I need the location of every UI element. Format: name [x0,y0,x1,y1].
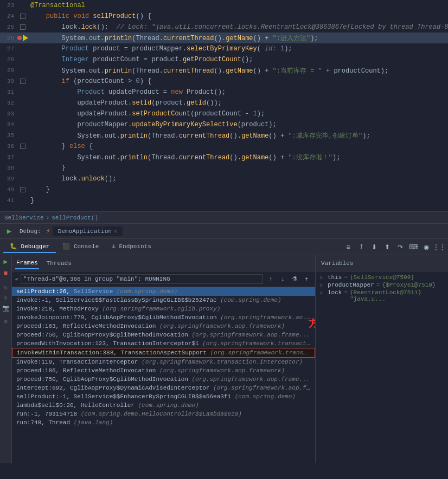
line-content-25: lock.lock(); // Lock: "java.util.concurr… [28,23,448,31]
fold-icon-40[interactable]: - [20,187,25,192]
var-item-productmapper: ▷ productMapper = {$Proxy61@7510} [316,281,448,289]
rerun-btn[interactable]: ↻ [4,284,8,291]
stack-frame-0[interactable]: sellProduct:26, SellService (com.spring.… [12,287,315,296]
thread-selector-dropdown[interactable]: "Thread-8"@6,366 in group "main": RUNNIN… [21,274,263,284]
line-content-33: updateProduct.setProductCount(productCou… [28,110,448,118]
line-num-23: 23 [0,2,17,9]
debugger-icon: 🐛 [10,243,17,250]
stack-frame-11[interactable]: intercept:692, CglibAopProxy$DynamicAdvi… [12,384,315,392]
var-expand-this[interactable]: ▷ [320,274,325,281]
breadcrumb-method[interactable]: sellProduct() [52,215,98,221]
stack-frame-8[interactable]: invoke:119, TransactionInterceptor (org.… [12,358,315,366]
frames-panel: Frames Threads ✔ "Thread-8"@6,366 in gro… [12,255,316,463]
fold-icon-25[interactable]: - [20,24,25,30]
breadcrumb-service[interactable]: SellService [4,215,44,221]
gutter-40: - [17,187,28,192]
more-options-icon[interactable]: ⋮⋮ [434,242,445,253]
code-line-38: 38 } [0,163,448,173]
frame-text-10: proceed:750, CglibAopProxy$CglibMethodIn… [16,376,310,383]
code-line-37: 37 System.out.println(Thread.currentThre… [0,152,448,163]
stack-frame-3[interactable]: invokeJoinpoint:779, CglibAopProxy$Cglib… [12,313,315,322]
tab-threads[interactable]: Threads [46,258,73,269]
stack-frame-6[interactable]: proceedWithInvocation:123, TransactionIn… [12,339,315,348]
stack-frame-7[interactable]: invokeWithinTransaction:388, Transaction… [12,348,315,358]
line-content-41: } [28,197,448,204]
code-line-29: 29 System.out.println(Thread.currentThre… [0,65,448,76]
fold-icon-30[interactable]: - [20,79,25,84]
tab-frames[interactable]: Frames [15,257,39,269]
exec-arrow-26 [23,35,28,41]
line-content-36: } else { [28,143,448,150]
line-content-26: System.out.println(Thread.currentThread(… [28,34,448,43]
stack-frame-13[interactable]: lambda$sell$0:20, HelloController (com.s… [12,401,315,410]
step-over-icon[interactable]: ⤴ [356,242,367,253]
debug-label: Debug: [16,227,44,236]
resume-icon[interactable]: ▶ [4,226,14,236]
thread-nav-btns: ↑ ↓ ⚗ + [265,274,312,284]
stack-frame-4[interactable]: proceed:163, ReflectiveMethodInvocation … [12,322,315,331]
evaluate-icon[interactable]: ⌨ [408,242,419,253]
fold-icon-36[interactable]: - [20,144,25,149]
gutter-36[interactable]: - [17,144,28,149]
thread-up-btn[interactable]: ↑ [265,274,276,284]
stack-frame-15[interactable]: run:748, Thread (java.lang) [12,418,315,427]
settings-btn[interactable]: ⚙ [4,318,8,325]
debug-app-tab[interactable]: DemoApplication ✕ [53,226,123,236]
thread-filter-btn[interactable]: ⚗ [289,274,300,284]
debug-tab-bar: ▶ Debug: ⚡ DemoApplication ✕ [0,224,448,239]
settings-icon[interactable]: ≡ [343,242,354,253]
tab-endpoints[interactable]: ⚓ Endpoints [105,241,158,253]
line-content-37: System.out.println(Thread.currentThread(… [28,153,448,162]
thread-add-btn[interactable]: + [301,274,312,284]
tab-console[interactable]: ⬛ Console [56,241,105,253]
tab-debugger[interactable]: 🐛 Debugger [3,241,56,253]
line-num-30: 30 [0,78,17,85]
stack-frame-2[interactable]: invoke:218, MethodProxy (org.springframe… [12,305,315,313]
camera-btn[interactable]: 📷 [2,305,10,312]
line-num-36: 36 [0,143,17,150]
frame-text-6: proceedWithInvocation:123, TransactionIn… [16,340,315,347]
stack-frame-9[interactable]: proceed:186, ReflectiveMethodInvocation … [12,366,315,375]
line-num-28: 28 [0,56,17,63]
stack-frame-1[interactable]: invoke:-1, SellService$$FastClassBySprin… [12,296,315,305]
view-breakpoints-btn[interactable]: ⊙ [4,294,8,301]
close-tab-icon[interactable]: ✕ [114,228,117,235]
thread-status-icon: ✔ [15,276,18,282]
stack-frame-10[interactable]: proceed:750, CglibAopProxy$CglibMethodIn… [12,375,315,384]
line-num-37: 37 [0,154,17,160]
code-line-33: 33 updateProduct.setProductCount(product… [0,108,448,119]
step-out-icon[interactable]: ⬆ [382,242,393,253]
code-line-25: 25 - lock.lock(); // Lock: "java.util.co… [0,22,448,33]
var-name-this: this [328,274,342,281]
line-content-24: public void sellProduct() { [28,12,448,20]
var-expand-productmapper[interactable]: ▷ [320,282,325,288]
debug-toolbar-tabs: 🐛 Debugger ⬛ Console ⚓ Endpoints [3,241,158,253]
code-line-35: 35 System.out.println(Thread.currentThre… [0,130,448,141]
var-name-lock: lock [328,289,342,296]
stack-frame-5[interactable]: proceed:750, CglibAopProxy$CglibMethodIn… [12,331,315,339]
stack-frame-12[interactable]: sellProduct:-1, SellService$$EnhancerByS… [12,392,315,401]
var-expand-lock[interactable]: ▷ [320,289,325,296]
frame-text-15: run:748, Thread (java.lang) [16,419,113,426]
run-cursor-icon[interactable]: ↷ [395,242,406,253]
fold-icon-24[interactable]: - [20,14,25,19]
step-into-icon[interactable]: ⬇ [369,242,380,253]
line-num-25: 25 [0,24,17,30]
gutter-25[interactable]: - [17,24,28,30]
variables-header: Variables [316,255,448,271]
line-content-40: } [28,186,448,193]
stack-frame-14[interactable]: run:-1, 703154718 (com.spring.demo.Hello… [12,410,315,418]
stop-btn[interactable]: ■ [4,269,8,277]
breakpoint-26[interactable] [17,36,22,40]
code-line-30: 30 - if (productCount > 0) { [0,76,448,87]
code-line-40: 40 - } [0,184,448,195]
line-num-27: 27 [0,46,17,52]
line-content-31: Product updateProduct = new Product(); [28,88,448,96]
resume-btn[interactable]: ▶ [4,257,8,266]
thread-down-btn[interactable]: ↓ [277,274,288,284]
gutter-24[interactable]: - [17,14,28,19]
stack-frames-list: sellProduct:26, SellService (com.spring.… [12,287,315,463]
gutter-30[interactable]: - [17,79,28,84]
mute-breakpoints-icon[interactable]: ◉ [421,242,432,253]
gutter-26 [17,35,28,41]
